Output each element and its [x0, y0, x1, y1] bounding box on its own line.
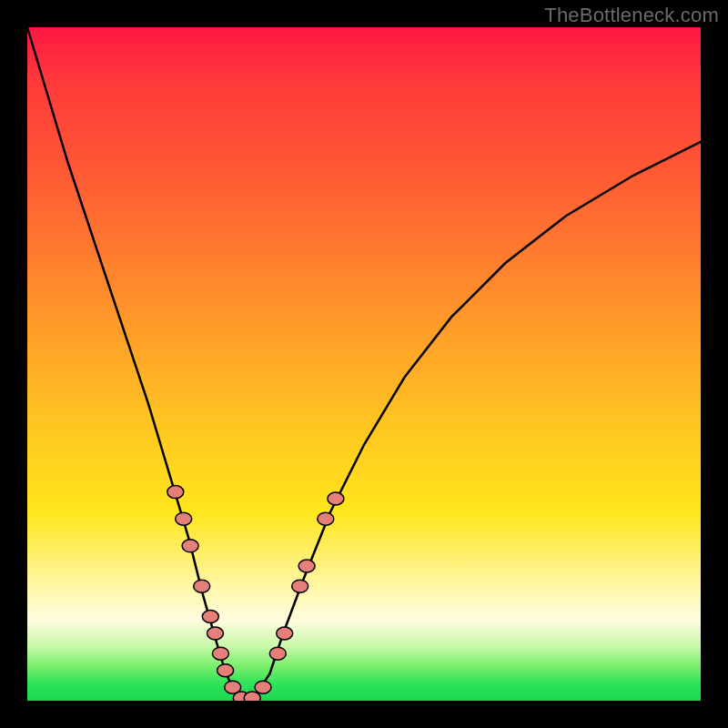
- curve-marker: [233, 692, 249, 701]
- curve-marker: [194, 580, 210, 592]
- curve-markers: [167, 486, 344, 701]
- curve-marker: [269, 647, 286, 660]
- chart-frame: TheBottleneck.com: [0, 0, 728, 728]
- plot-area: [27, 27, 701, 701]
- bottleneck-curve: [27, 27, 701, 699]
- curve-marker: [167, 486, 184, 499]
- curve-marker: [318, 512, 334, 525]
- curve-marker: [207, 627, 224, 640]
- curve-marker: [176, 512, 192, 525]
- curve-marker: [212, 647, 228, 660]
- curve-marker: [182, 540, 198, 552]
- curve-marker: [298, 560, 315, 572]
- curve-marker: [244, 692, 260, 701]
- curve-marker: [292, 580, 308, 592]
- curve-marker: [277, 627, 293, 640]
- watermark-text: TheBottleneck.com: [544, 4, 719, 27]
- curve-marker: [328, 492, 344, 505]
- curve-marker: [255, 681, 271, 693]
- curve-marker: [217, 664, 234, 677]
- curve-marker: [225, 681, 241, 693]
- bottleneck-curve-svg: [27, 27, 701, 701]
- curve-marker: [202, 611, 218, 623]
